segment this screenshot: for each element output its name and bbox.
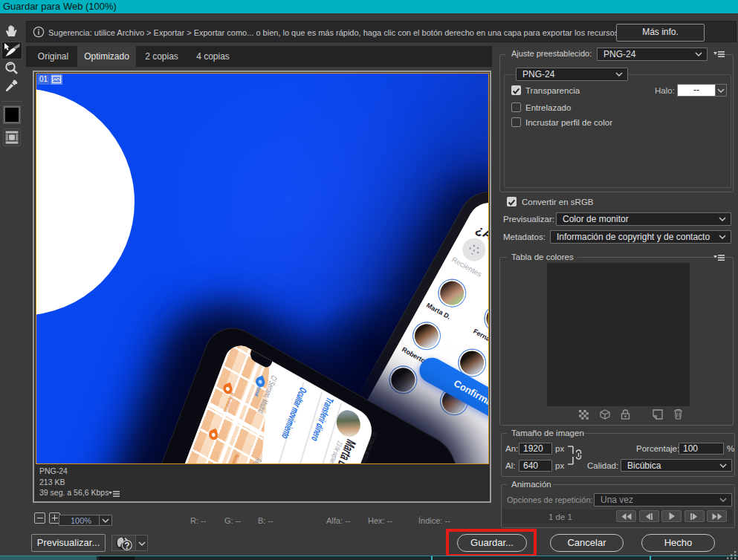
svg-text:?: ? bbox=[124, 541, 129, 551]
